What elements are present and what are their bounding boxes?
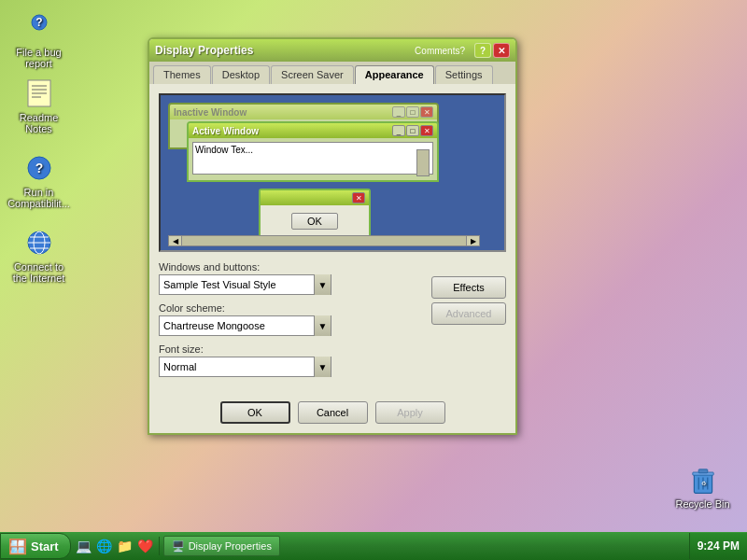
ql-icon-computer[interactable]: 💻: [75, 537, 93, 555]
advanced-button[interactable]: Advanced: [431, 302, 506, 325]
connect-label: Connect tothe Internet: [13, 261, 65, 284]
recycle-bin-icon: ♻: [688, 465, 718, 495]
windows-buttons-row: Windows and buttons: Sample Test Visual …: [159, 261, 422, 295]
help-button[interactable]: ?: [474, 43, 491, 58]
run-compat-icon: ?: [24, 153, 54, 183]
dialog-title: Display Properties: [155, 44, 253, 57]
readme-label: Readme Notes: [7, 112, 70, 134]
color-scheme-row: Color scheme: Chartreuse Mongoose ▼: [159, 302, 422, 336]
font-size-value: Normal: [160, 361, 314, 372]
visual-style-value: Sample Test Visual Style: [160, 279, 314, 290]
dialog-footer: OK Cancel Apply: [149, 394, 515, 433]
quick-launch-bar: 💻 🌐 📁 ❤️: [71, 537, 160, 555]
tab-settings[interactable]: Settings: [435, 65, 493, 84]
inactive-close-btn[interactable]: ✕: [420, 106, 433, 118]
windows-buttons-label: Windows and buttons:: [159, 261, 422, 273]
font-size-row: Font size: Normal ▼: [159, 343, 422, 377]
tabs-bar: Themes Desktop Screen Saver Appearance S…: [149, 62, 515, 84]
ql-icon-folder[interactable]: 📁: [116, 537, 134, 555]
file-bug-label: File a bug report: [7, 47, 70, 69]
taskbar-window-area: 🖥️ Display Properties: [160, 536, 689, 556]
active-min-btn[interactable]: _: [392, 125, 405, 136]
inactive-min-btn[interactable]: _: [392, 106, 405, 118]
dialog-controls: Comments? ? ✕: [415, 43, 510, 58]
color-scheme-arrow[interactable]: ▼: [314, 315, 331, 336]
inactive-controls: _ □ ✕: [392, 106, 433, 118]
svg-text:?: ?: [35, 16, 42, 29]
tab-appearance[interactable]: Appearance: [355, 65, 434, 84]
dialog-content: Inactive Window _ □ ✕ Active Window _ □: [149, 84, 515, 394]
left-form-col: Windows and buttons: Sample Test Visual …: [159, 261, 422, 385]
color-scheme-value: Chartreuse Mongoose: [160, 320, 314, 331]
popup-titlebar: ✕: [261, 190, 369, 205]
preview-scrollbar[interactable]: [416, 149, 430, 176]
font-size-label: Font size:: [159, 343, 422, 355]
start-label: Start: [31, 539, 59, 553]
active-controls: _ □ ✕: [392, 125, 433, 136]
svg-text:♻: ♻: [700, 480, 705, 486]
recycle-bin-label: Recycle Bin: [675, 498, 729, 510]
svg-rect-16: [698, 469, 708, 473]
scroll-left-btn[interactable]: ◀: [169, 236, 182, 245]
dialog-titlebar: Display Properties Comments? ? ✕: [149, 39, 515, 62]
taskbar-window-icon: 🖥️: [172, 540, 185, 553]
window-text: Window Tex...: [192, 142, 433, 175]
cancel-button[interactable]: Cancel: [298, 401, 368, 424]
preview-popup: ✕ OK: [259, 189, 371, 239]
tab-themes[interactable]: Themes: [153, 65, 211, 84]
system-tray: 9:24 PM: [689, 533, 747, 559]
start-logo: 🪟: [8, 538, 27, 555]
start-button[interactable]: 🪟 Start: [0, 533, 71, 559]
taskbar-window-label: Display Properties: [189, 540, 272, 552]
desktop-icon-connect[interactable]: Connect tothe Internet: [4, 224, 74, 287]
popup-close-btn[interactable]: ✕: [352, 192, 365, 203]
popup-controls: ✕: [352, 192, 365, 203]
preview-area: Inactive Window _ □ ✕ Active Window _ □: [159, 93, 506, 252]
close-button[interactable]: ✕: [493, 43, 510, 58]
right-btn-col: Effects Advanced: [431, 261, 506, 325]
active-titlebar: Active Window _ □ ✕: [189, 123, 437, 138]
popup-content: OK: [261, 205, 369, 237]
preview-ok-button[interactable]: OK: [291, 213, 338, 230]
desktop-icon-recycle-bin[interactable]: ♻ Recycle Bin: [668, 461, 738, 513]
desktop-icon-readme[interactable]: Readme Notes: [4, 75, 74, 138]
ql-icon-browser[interactable]: 🌐: [95, 537, 114, 555]
active-content: Window Tex... ✕ OK: [189, 138, 437, 180]
file-bug-icon: ?: [24, 13, 54, 43]
font-size-select[interactable]: Normal ▼: [159, 357, 331, 377]
active-close-btn[interactable]: ✕: [420, 125, 433, 136]
inactive-window-title: Inactive Window: [174, 107, 247, 118]
form-fields: Windows and buttons: Sample Test Visual …: [159, 261, 506, 385]
readme-icon: [24, 78, 54, 108]
visual-style-arrow[interactable]: ▼: [314, 274, 331, 295]
font-size-arrow[interactable]: ▼: [314, 357, 331, 377]
svg-text:?: ?: [35, 161, 43, 175]
clock: 9:24 PM: [698, 539, 740, 553]
tab-screensaver[interactable]: Screen Saver: [271, 65, 354, 84]
taskbar-window-btn[interactable]: 🖥️ Display Properties: [163, 536, 280, 556]
visual-style-select[interactable]: Sample Test Visual Style ▼: [159, 274, 331, 295]
apply-button[interactable]: Apply: [375, 401, 445, 424]
inactive-titlebar: Inactive Window _ □ ✕: [170, 105, 437, 119]
desktop-icon-run-compat[interactable]: ? Run inCompatibilit...: [4, 149, 74, 213]
tab-desktop[interactable]: Desktop: [212, 65, 270, 84]
active-window: Active Window _ □ ✕ Window Tex...: [187, 121, 439, 182]
comments-link[interactable]: Comments?: [415, 46, 465, 56]
ql-icon-heart[interactable]: ❤️: [136, 537, 155, 555]
scroll-right-btn[interactable]: ▶: [466, 236, 479, 245]
color-scheme-select[interactable]: Chartreuse Mongoose ▼: [159, 315, 331, 336]
desktop-icon-file-bug[interactable]: ? File a bug report: [4, 9, 74, 73]
effects-button[interactable]: Effects: [431, 276, 506, 299]
active-max-btn[interactable]: □: [406, 125, 419, 136]
taskbar: 🪟 Start 💻 🌐 📁 ❤️ 🖥️ Display Properties 9…: [0, 532, 747, 560]
color-scheme-label: Color scheme:: [159, 302, 422, 314]
connect-icon: [24, 228, 54, 258]
inactive-max-btn[interactable]: □: [406, 106, 419, 118]
ok-button[interactable]: OK: [220, 401, 290, 424]
run-compat-label: Run inCompatibilit...: [7, 187, 70, 209]
active-window-title: Active Window: [192, 126, 259, 136]
display-properties-dialog: Display Properties Comments? ? ✕ Themes …: [148, 37, 517, 435]
horizontal-scrollbar[interactable]: ◀ ▶: [168, 235, 480, 246]
